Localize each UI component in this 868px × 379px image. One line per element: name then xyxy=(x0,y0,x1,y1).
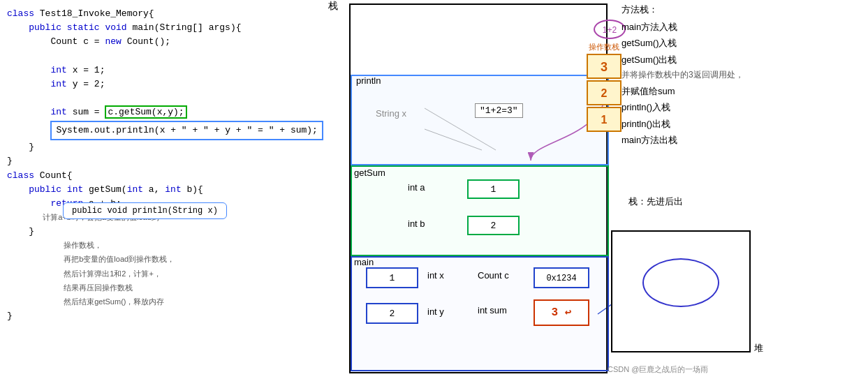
method-stack-panel: 方法栈： main方法入栈 getSum()入栈 getSum()出栈 并将操作… xyxy=(621,3,817,148)
highlight-println: System.out.println(x + " + " + y + " = "… xyxy=(50,121,323,140)
frame-main-label: main xyxy=(354,257,374,267)
main-var-c-box: 0x1234 xyxy=(534,267,589,288)
main-var-sum-box: 3 ↩ xyxy=(534,299,589,326)
code-panel: class Test18_Invoke_Memory{ public stati… xyxy=(0,0,342,379)
op-box-3: 3 xyxy=(587,54,621,79)
code-line-16: 再把b变量的值load到操作数栈， xyxy=(7,253,335,267)
code-line-1: class Test18_Invoke_Memory{ xyxy=(7,7,335,21)
getsum-var-a-label: int a xyxy=(408,182,425,193)
main-var-y-box: 2 xyxy=(366,303,418,324)
frame-getsum: 1 int a 2 int b xyxy=(351,165,609,256)
code-line-15: } 操作数栈， xyxy=(7,225,335,253)
method-stack-item-1: main方法入栈 xyxy=(621,19,817,35)
code-line-13: public int getSum(int a, int b){ xyxy=(7,183,335,197)
code-line-6: int y = 2; xyxy=(7,77,335,91)
method-stack-item-8: main方法出栈 xyxy=(621,132,817,148)
code-line-10: } xyxy=(7,140,335,154)
main-var-sum-label: int sum xyxy=(478,305,507,315)
stack-note: 栈：先进后出 xyxy=(628,195,683,208)
code-line-8: int sum = c.getSum(x,y); xyxy=(7,105,335,119)
stack-outer-box: 1 int a 2 int b 1 int x 2 int y Count c … xyxy=(349,3,608,373)
method-stack-item-4: 并将操作数栈中的3返回调用处， xyxy=(621,68,817,83)
method-stack-item-7: println()出栈 xyxy=(621,116,817,132)
method-stack-item-2: getSum()入栈 xyxy=(621,35,817,51)
main-var-c-label: Count c xyxy=(478,270,509,281)
method-stack-title: 方法栈： xyxy=(621,3,817,16)
method-label-box: public void println(String x) xyxy=(63,202,227,219)
code-line-17: 然后计算弹出1和2，计算+， xyxy=(7,267,335,281)
println-var-label: String x xyxy=(376,108,406,119)
code-line-18: 结果再压回操作数栈 xyxy=(7,281,335,295)
code-line-12: class Count{ xyxy=(7,169,335,183)
main-var-x-label: int x xyxy=(427,270,444,281)
csdn-watermark: CSDN @巨鹿之战后的一场雨 xyxy=(608,364,708,375)
code-line-20: } xyxy=(7,309,335,323)
method-stack-item-3: getSum()出栈 xyxy=(621,52,817,68)
code-line-19: 然后结束getSum()，释放内存 xyxy=(7,295,335,309)
op-box-1: 1 xyxy=(587,107,621,132)
op-box-2: 2 xyxy=(587,80,621,105)
code-line-7 xyxy=(7,91,335,105)
code-line-5: int x = 1; xyxy=(7,64,335,77)
stack-title-text: 栈 xyxy=(328,0,338,11)
operand-stack-label: 操作数栈 3 2 1 xyxy=(587,42,621,133)
main-var-y-label: int y xyxy=(427,306,444,317)
main-var-x-box: 1 xyxy=(366,267,418,288)
heap-label: 堆 xyxy=(754,342,763,355)
code-line-2: public static void main(String[] args){ xyxy=(7,21,335,35)
frame-getsum-label: getSum xyxy=(354,168,385,178)
highlight-getsum: c.getSum(x,y); xyxy=(105,105,186,119)
frame-println xyxy=(351,75,609,165)
getsum-var-a-box: 1 xyxy=(467,179,520,199)
stack-area-label: 栈 xyxy=(328,0,338,13)
code-line-9: System.out.println(x + " + " + y + " = "… xyxy=(7,119,335,140)
frame-println-label: println xyxy=(356,75,381,86)
method-label-text: public void println(String x) xyxy=(72,206,218,216)
getsum-var-b-label: int b xyxy=(408,218,425,229)
getsum-var-b-box: 2 xyxy=(467,216,520,235)
code-line-4 xyxy=(7,49,335,63)
frame-main: 1 int x 2 int y Count c 0x1234 int sum 3… xyxy=(351,256,609,371)
println-string-box: "1+2=3" xyxy=(475,103,523,118)
method-stack-item-6: println()入栈 xyxy=(621,99,817,115)
code-line-3: Count c = new Count(); xyxy=(7,35,335,49)
code-line-11: } xyxy=(7,154,335,168)
heap-ellipse xyxy=(642,258,719,307)
method-stack-item-5: 并赋值给sum xyxy=(621,83,817,99)
